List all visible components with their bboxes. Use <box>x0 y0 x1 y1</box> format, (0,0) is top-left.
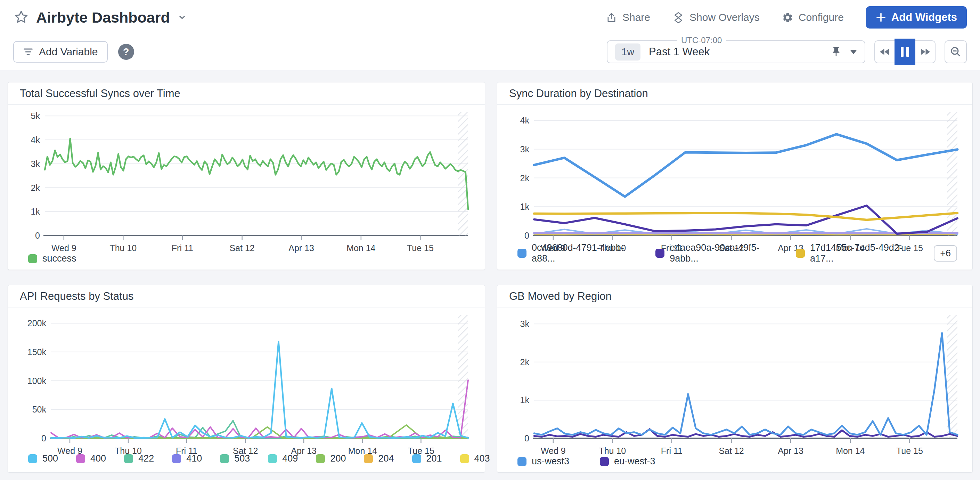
pause-button[interactable] <box>894 38 915 65</box>
legend-item-e4aea90a-90ca-49f5-9abb-[interactable]: e4aea90a-90ca-49f5-9abb... <box>655 242 771 264</box>
svg-text:0: 0 <box>41 434 46 443</box>
legend-item-422[interactable]: 422 <box>124 453 154 464</box>
svg-text:1k: 1k <box>520 202 530 212</box>
chart-legend: us-west3eu-west-3 <box>517 456 957 467</box>
legend-label: eu-west-3 <box>614 456 655 467</box>
legend-swatch <box>517 457 527 466</box>
legend-item-503[interactable]: 503 <box>220 453 250 464</box>
add-widgets-button[interactable]: Add Widgets <box>866 6 967 29</box>
widget-gb-moved-by-region: GB Moved by Region 3k2k1k0Wed 9Thu 10Fri… <box>497 285 973 473</box>
legend-swatch <box>517 249 527 258</box>
legend-item-success[interactable]: success <box>28 253 76 264</box>
dashboard-app: Airbyte Dashboard Share Show Overlays <box>0 0 980 480</box>
legend-swatch <box>600 457 609 466</box>
caret-down-icon[interactable] <box>850 50 857 54</box>
legend-item-204[interactable]: 204 <box>364 453 394 464</box>
svg-text:Tue 15: Tue 15 <box>407 243 434 253</box>
range-label: Past 1 Week <box>649 46 710 58</box>
configure-button[interactable]: Configure <box>782 11 844 23</box>
legend-swatch <box>316 454 325 463</box>
pin-icon[interactable] <box>830 46 842 57</box>
legend-label: 422 <box>138 453 154 464</box>
legend-swatch <box>28 254 37 263</box>
svg-text:4k: 4k <box>520 115 530 125</box>
svg-text:Fri 11: Fri 11 <box>172 243 193 253</box>
svg-text:50k: 50k <box>32 405 46 414</box>
legend-swatch <box>28 454 37 463</box>
plus-icon <box>876 12 886 22</box>
widget-sync-duration-by-destination: Sync Duration by Destination 4k3k2k1k0We… <box>497 82 973 270</box>
toolbar: Add Variable ? UTC-07:00 1w Past 1 Week <box>0 35 980 69</box>
legend-label: 409 <box>282 453 298 464</box>
widget-title: Sync Duration by Destination <box>497 83 972 105</box>
overlays-icon <box>673 11 684 23</box>
svg-text:2k: 2k <box>520 357 530 367</box>
rewind-button[interactable] <box>875 41 894 62</box>
legend-item-200[interactable]: 200 <box>316 453 346 464</box>
legend-item-201[interactable]: 201 <box>412 453 442 464</box>
legend-swatch <box>655 249 665 258</box>
share-button[interactable]: Share <box>606 11 650 23</box>
forward-button[interactable] <box>915 41 935 62</box>
legend-item-410[interactable]: 410 <box>172 453 202 464</box>
svg-text:3k: 3k <box>520 319 530 329</box>
share-label: Share <box>622 11 650 23</box>
svg-text:Fri 11: Fri 11 <box>661 446 682 456</box>
widget-title: Total Successful Syncs over Time <box>8 83 485 105</box>
rewind-icon <box>878 46 891 58</box>
show-overlays-label: Show Overlays <box>689 11 760 23</box>
chart-legend: success <box>28 253 469 264</box>
svg-text:100k: 100k <box>27 376 46 386</box>
svg-text:4k: 4k <box>31 135 40 145</box>
legend-swatch <box>76 454 85 463</box>
pause-icon <box>906 47 909 57</box>
legend-item-403[interactable]: 403 <box>460 453 490 464</box>
line-chart[interactable]: 5k4k3k2k1k0Wed 9Thu 10Fri 11Sat 12Apr 13… <box>11 107 474 255</box>
zoom-out-button[interactable] <box>945 40 967 63</box>
svg-text:150k: 150k <box>27 347 46 357</box>
legend-item-400[interactable]: 400 <box>76 453 106 464</box>
svg-text:1k: 1k <box>31 207 40 216</box>
svg-text:Mon 14: Mon 14 <box>836 446 865 456</box>
legend-swatch <box>124 454 133 463</box>
legend-label: 403 <box>474 453 490 464</box>
legend-item-409[interactable]: 409 <box>268 453 298 464</box>
show-overlays-button[interactable]: Show Overlays <box>673 11 760 23</box>
legend-label: 17d1455c-7ed5-49d2-a17... <box>810 242 909 264</box>
svg-text:Apr 13: Apr 13 <box>288 243 314 253</box>
time-range-selector[interactable]: UTC-07:00 1w Past 1 Week <box>607 40 865 63</box>
legend-overflow-badge[interactable]: +6 <box>934 245 957 262</box>
svg-text:Apr 13: Apr 13 <box>778 446 803 456</box>
range-short-badge: 1w <box>615 43 641 61</box>
legend-item-eu-west-3[interactable]: eu-west-3 <box>600 456 655 467</box>
legend-item-500[interactable]: 500 <box>28 453 58 464</box>
star-icon[interactable] <box>13 10 29 26</box>
legend-swatch <box>796 249 805 258</box>
line-chart[interactable]: 4k3k2k1k0Wed 9Thu 10Fri 11Sat 12Apr 13Mo… <box>501 107 963 255</box>
help-icon[interactable]: ? <box>118 44 134 60</box>
widget-title: GB Moved by Region <box>497 285 972 308</box>
svg-text:2k: 2k <box>31 183 40 193</box>
add-variable-button[interactable]: Add Variable <box>13 41 108 62</box>
timezone-label: UTC-07:00 <box>677 35 726 45</box>
add-widgets-label: Add Widgets <box>891 11 957 24</box>
legend-swatch <box>412 454 421 463</box>
legend-item-17d1455c-7ed5-49d2-a17-[interactable]: 17d1455c-7ed5-49d2-a17... <box>796 242 909 264</box>
line-chart[interactable]: 3k2k1k0Wed 9Thu 10Fri 11Sat 12Apr 13Mon … <box>501 310 963 458</box>
line-chart[interactable]: 200k150k100k50k0Wed 9Thu 10Fri 11Sat 12A… <box>11 310 474 458</box>
legend-swatch <box>172 454 181 463</box>
legend-item-0c49680d-4791-4ebb-a88-[interactable]: 0c49680d-4791-4ebb-a88... <box>517 242 630 264</box>
legend-swatch <box>220 454 229 463</box>
fast-forward-icon <box>919 46 931 58</box>
chevron-down-icon[interactable] <box>177 12 187 22</box>
legend-swatch <box>460 454 469 463</box>
legend-label: success <box>42 253 76 264</box>
svg-text:Thu 10: Thu 10 <box>110 243 137 253</box>
legend-label: 200 <box>330 453 346 464</box>
legend-label: 503 <box>234 453 250 464</box>
legend-item-us-west3[interactable]: us-west3 <box>517 456 569 467</box>
svg-text:0: 0 <box>524 434 529 443</box>
legend-label: 410 <box>186 453 202 464</box>
chart-legend: 500400422410503409200204201403+4 <box>28 450 469 467</box>
svg-text:0: 0 <box>35 231 40 240</box>
